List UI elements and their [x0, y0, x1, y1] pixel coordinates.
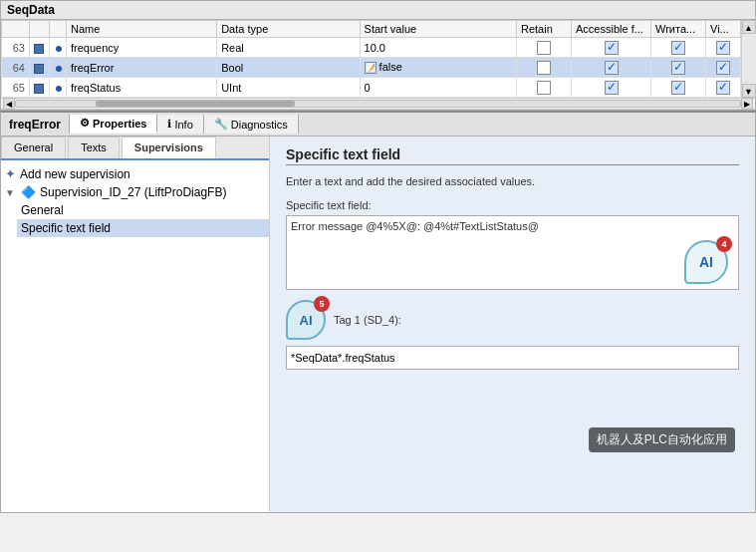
properties-icon: ⚙ [80, 117, 90, 130]
tab-supervisions-label: Supervisions [134, 141, 203, 153]
vertical-scrollbar[interactable]: ▲ ▼ [741, 20, 755, 98]
cell-name: freqStatus [67, 78, 217, 98]
checkbox-checked[interactable] [671, 41, 685, 55]
scroll-right-button[interactable]: ▶ [741, 98, 753, 110]
cell-writable[interactable] [651, 78, 706, 98]
tab-info-label: Info [174, 119, 192, 131]
cell-visible[interactable] [706, 58, 741, 78]
checkbox-checked[interactable] [605, 61, 619, 75]
description-text: Enter a text and add the desired associa… [286, 175, 739, 187]
tab-general-label: General [14, 141, 53, 153]
cell-start: 10.0 [360, 38, 516, 58]
row-num: 64 [2, 58, 30, 78]
checkbox-checked[interactable] [716, 81, 730, 95]
cell-visible[interactable] [706, 78, 741, 98]
table-row[interactable]: 64 freqError Bool 📝 false [2, 58, 741, 78]
sidebar-item-supervision[interactable]: ▼ 🔷 Supervision_ID_27 (LiftProDiagFB) [1, 183, 269, 201]
checkbox-unchecked[interactable] [537, 81, 551, 95]
row-sq-icon [34, 64, 44, 74]
cell-type: Bool [217, 58, 360, 78]
sidebar-item-general[interactable]: General [17, 201, 269, 219]
ai-bubble-1-container: AI 4 [684, 240, 728, 284]
field-value: Error message @4%5X@: @4%t#TextListStatu… [291, 220, 734, 232]
tab-texts[interactable]: Texts [68, 137, 120, 158]
checkbox-checked[interactable] [671, 61, 685, 75]
cell-retain[interactable] [517, 38, 572, 58]
ai-bubble-1[interactable]: AI 4 [684, 240, 728, 284]
cell-retain[interactable] [517, 58, 572, 78]
tag-value-input[interactable] [286, 346, 739, 370]
col-dot [50, 21, 67, 38]
sidebar-item-specific-text-field[interactable]: Specific text field [17, 219, 269, 237]
checkbox-checked[interactable] [605, 41, 619, 55]
tag-label-text: Tag 1 (SD_4): [334, 314, 401, 326]
specific-text-label: Specific text field [21, 221, 111, 235]
cell-accessible[interactable] [572, 38, 651, 58]
field-label: Specific text field: [286, 199, 739, 211]
row-sq-icon [34, 84, 44, 94]
edit-icon[interactable]: 📝 [365, 62, 377, 74]
freq-error-header: freqError ⚙ Properties ℹ Info 🔧 Diagnost… [0, 111, 756, 137]
row-num: 65 [2, 78, 30, 98]
diagnostics-icon: 🔧 [214, 118, 228, 131]
cell-accessible[interactable] [572, 58, 651, 78]
text-input-box[interactable]: Error message @4%5X@: @4%t#TextListStatu… [286, 215, 739, 290]
cell-visible[interactable] [706, 38, 741, 58]
checkbox-checked[interactable] [605, 81, 619, 95]
row-dot-cell [50, 78, 67, 98]
sidebar-item-add-supervision[interactable]: ✦ Add new supervision [1, 164, 269, 183]
ai-bubble-2-container: AI 5 [286, 300, 326, 340]
cell-writable[interactable] [651, 58, 706, 78]
scroll-left-button[interactable]: ◀ [3, 98, 15, 110]
cell-start: 📝 false [360, 58, 516, 78]
cell-start: 0 [360, 78, 516, 98]
ai-label-1: AI [699, 254, 713, 270]
tab-supervisions[interactable]: Supervisions [122, 137, 216, 158]
info-icon: ℹ [167, 118, 171, 131]
checkbox-checked[interactable] [671, 81, 685, 95]
sidebar-tabs: General Texts Supervisions [1, 137, 269, 160]
checkbox-unchecked[interactable] [537, 61, 551, 75]
scroll-up-button[interactable]: ▲ [742, 20, 756, 34]
cell-name: freqError [67, 58, 217, 78]
row-icon [30, 58, 50, 78]
horizontal-scrollbar[interactable]: ◀ ▶ [1, 98, 755, 110]
checkbox-checked[interactable] [716, 41, 730, 55]
scroll-down-button[interactable]: ▼ [742, 84, 756, 98]
row-icon [30, 78, 50, 98]
table-row[interactable]: 63 frequency Real 10.0 [2, 38, 741, 58]
tag-label: AI 5 Tag 1 (SD_4): [286, 300, 739, 340]
row-dot-icon [56, 66, 62, 72]
tree-expand-icon: ▼ [5, 187, 17, 198]
checkbox-unchecked[interactable] [537, 41, 551, 55]
tab-properties-label: Properties [93, 118, 146, 130]
main-content: Specific text field Enter a text and add… [270, 137, 755, 512]
seqdata-panel: SeqData Name Data type Start value Retai… [0, 0, 756, 111]
tab-diagnostics-label: Diagnostics [231, 119, 288, 131]
scroll-track[interactable] [742, 34, 756, 84]
cell-accessible[interactable] [572, 78, 651, 98]
tab-info[interactable]: ℹ Info [157, 115, 203, 134]
row-dot-cell [50, 38, 67, 58]
scroll-track[interactable] [15, 100, 741, 108]
checkbox-checked[interactable] [716, 61, 730, 75]
tab-diagnostics[interactable]: 🔧 Diagnostics [204, 115, 299, 134]
tab-general[interactable]: General [1, 137, 66, 158]
cell-writable[interactable] [651, 38, 706, 58]
badge-4: 4 [716, 236, 732, 252]
row-num: 63 [2, 38, 30, 58]
table-row[interactable]: 65 freqStatus UInt 0 [2, 78, 741, 98]
seqdata-title: SeqData [1, 1, 755, 20]
cell-type: Real [217, 38, 360, 58]
row-sq-icon [34, 44, 44, 54]
cell-retain[interactable] [517, 78, 572, 98]
freq-error-title: freqError [1, 116, 69, 134]
row-dot-cell [50, 58, 67, 78]
scroll-thumb[interactable] [96, 101, 295, 107]
tag-section: AI 5 Tag 1 (SD_4): [286, 300, 739, 370]
col-name: Name [67, 21, 217, 38]
section-title: Specific text field [286, 146, 739, 165]
supervision-icon: 🔷 [21, 185, 36, 199]
add-supervision-label: Add new supervision [20, 167, 130, 181]
tab-properties[interactable]: ⚙ Properties [70, 115, 157, 134]
